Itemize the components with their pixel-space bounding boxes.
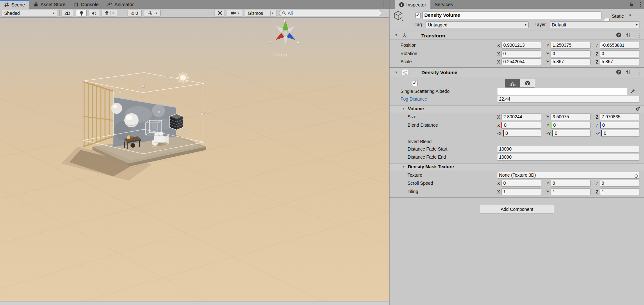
axis-z-label[interactable]: z — [297, 39, 299, 44]
scene-viewport[interactable]: y x z ‹ Persp — [0, 18, 389, 301]
blend-x-field[interactable]: 0 — [501, 122, 541, 129]
static-dropdown-arrow[interactable]: ▼ — [629, 14, 632, 17]
edit-volume-mode-button[interactable] — [520, 79, 535, 87]
rotation-y-field[interactable]: 0 — [551, 50, 591, 57]
eye-hidden-icon: ⌀ — [131, 10, 134, 16]
lightbulb-icon — [79, 11, 84, 16]
tab-inspector-label: Inspector — [406, 2, 426, 7]
size-x-field[interactable]: 2.800244 — [501, 113, 541, 120]
layer-dropdown[interactable]: Default ▾ — [550, 21, 640, 28]
tools-button[interactable] — [215, 10, 225, 16]
mask-foldout-icon[interactable]: ▼ — [402, 165, 405, 168]
scroll-x-field[interactable]: 0 — [501, 180, 541, 187]
scene-menu-kebab[interactable]: ⋮ — [381, 0, 387, 9]
audio-toggle-button[interactable] — [89, 10, 99, 16]
edit-shape-mode-button[interactable] — [505, 79, 520, 87]
advanced-gear-icon[interactable] — [635, 106, 640, 113]
blend-y-field[interactable]: 0 — [551, 122, 591, 129]
scale-y-field[interactable]: 5.867 — [551, 58, 591, 65]
add-component-button[interactable]: Add Component — [480, 205, 554, 213]
scene-tabbar: Scene Asset Store Console Animator ⋮ — [0, 0, 389, 9]
active-checkbox[interactable]: ✓ — [415, 13, 421, 18]
help-icon[interactable]: ? — [616, 70, 621, 74]
perspective-toggle[interactable]: ‹ Persp — [273, 53, 287, 57]
size-y-field[interactable]: 3.50075 — [551, 113, 591, 120]
volume-foldout-icon[interactable]: ▼ — [402, 107, 405, 110]
invert-blend-label: Invert Blend — [408, 138, 432, 145]
tab-animator[interactable]: Animator — [103, 0, 138, 9]
effects-toggle-button[interactable]: ▾ — [101, 10, 117, 16]
scroll-z-field[interactable]: 0 — [600, 180, 640, 187]
tab-scene[interactable]: Scene — [0, 0, 29, 9]
z-axis-label: Z — [596, 59, 599, 64]
transform-foldout-icon[interactable]: ▼ — [395, 33, 398, 37]
object-picker-icon[interactable]: ⊙ — [634, 173, 638, 179]
wrench-hammer-icon — [217, 11, 222, 15]
fade-end-label: Distance Fade End — [408, 154, 446, 161]
blend-neg-x-field[interactable]: 0 — [503, 130, 541, 137]
x-axis-label: X — [497, 59, 500, 64]
draw-mode-dropdown[interactable]: Shaded ▾ — [2, 10, 57, 16]
position-x-field[interactable]: 0.9001213 — [501, 42, 541, 49]
grid-visibility-button[interactable]: Y ▾ — [144, 10, 161, 16]
tab-services[interactable]: Services — [430, 0, 457, 9]
density-volume-menu-kebab[interactable]: ⋮ — [636, 68, 642, 77]
axis-y-label[interactable]: y — [284, 18, 286, 22]
chevron-down-icon: ▾ — [525, 23, 526, 26]
eyedropper-icon[interactable] — [630, 88, 636, 95]
gameobject-name-field[interactable]: Density Volume — [422, 11, 601, 19]
scroll-y-field[interactable]: 0 — [551, 180, 591, 187]
chevron-down-icon: ▾ — [112, 11, 114, 15]
help-icon[interactable]: ? — [616, 33, 621, 37]
chevron-down-icon: ▾ — [237, 11, 239, 15]
inspector-menu-kebab[interactable]: ⋮ — [638, 0, 643, 9]
blend-z-field[interactable]: 0 — [600, 122, 640, 129]
presets-icon[interactable] — [626, 70, 631, 76]
position-z-field[interactable]: -0.6653881 — [600, 42, 640, 49]
component-enabled-checkbox[interactable]: ✓ — [412, 81, 418, 86]
button-divider — [111, 11, 111, 15]
scale-z-field[interactable]: 5.867 — [600, 58, 640, 65]
scene-search-field[interactable]: All — [279, 10, 382, 16]
gizmos-label: Gizmos — [248, 11, 263, 16]
position-y-field[interactable]: 1.250375 — [551, 42, 591, 49]
tiling-x-field[interactable]: 1 — [501, 188, 541, 195]
tiling-z-field[interactable]: 1 — [600, 188, 640, 195]
blend-neg-y-field[interactable]: 0 — [552, 130, 591, 137]
toggle-2d-button[interactable]: 2D — [62, 10, 73, 16]
rotation-z-field[interactable]: 0 — [600, 50, 640, 57]
tab-inspector[interactable]: i Inspector — [395, 0, 430, 9]
check-icon: ✓ — [413, 80, 417, 86]
fade-start-field[interactable]: 10000 — [497, 146, 640, 152]
scene-camera-button[interactable]: ▾ — [227, 10, 243, 16]
lighting-toggle-button[interactable] — [76, 10, 87, 16]
gizmos-dropdown[interactable]: Gizmos ▾ — [245, 10, 276, 16]
fade-end-field[interactable]: 10000 — [497, 154, 640, 161]
tab-console[interactable]: Console — [70, 0, 103, 9]
texture-object-field[interactable]: None (Texture 3D) ⊙ — [497, 172, 640, 179]
axis-x-label[interactable]: x — [269, 39, 272, 44]
lock-icon[interactable] — [629, 2, 633, 8]
scroll-speed-label: Scroll Speed — [408, 180, 433, 187]
check-icon: ✓ — [416, 12, 420, 18]
fog-distance-field[interactable]: 22.44 — [497, 96, 640, 103]
hidden-objects-toggle[interactable]: ⌀ 0 — [128, 10, 142, 16]
presets-icon[interactable] — [626, 33, 631, 39]
rotation-x-field[interactable]: 0 — [501, 50, 541, 57]
density-volume-foldout-icon[interactable]: ▼ — [395, 71, 398, 74]
fog-distance-label[interactable]: Fog Distance — [400, 96, 427, 103]
z-axis-label: Z — [596, 123, 599, 128]
tiling-y-field[interactable]: 1 — [551, 188, 591, 195]
icon-picker-arrow[interactable]: ▾ — [402, 19, 403, 22]
tab-asset-store[interactable]: Asset Store — [29, 0, 70, 9]
transform-menu-kebab[interactable]: ⋮ — [636, 31, 642, 40]
volume-section-header[interactable] — [389, 105, 644, 113]
y-axis-label: Y — [546, 189, 549, 194]
blend-neg-z-field[interactable]: 0 — [601, 130, 640, 137]
component-end-divider — [389, 197, 644, 198]
tag-dropdown[interactable]: Untagged ▾ — [426, 21, 529, 28]
blend-distance-label: Blend Distance — [408, 122, 438, 129]
albedo-color-swatch[interactable] — [497, 88, 627, 95]
size-z-field[interactable]: 7.970835 — [600, 113, 640, 120]
scale-x-field[interactable]: 0.2542054 — [501, 58, 541, 65]
